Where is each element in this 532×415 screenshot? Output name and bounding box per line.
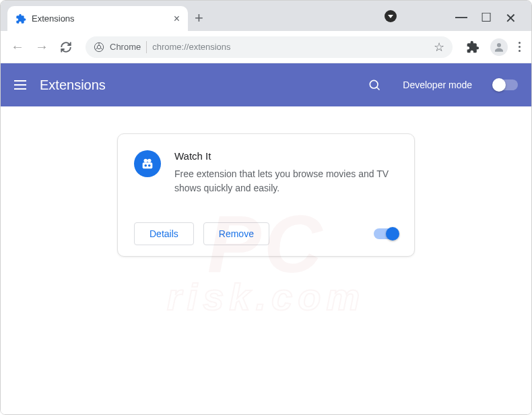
extension-description: Free extension that lets you browse movi… [174, 167, 398, 195]
svg-line-4 [377, 88, 380, 90]
bookmark-star-icon[interactable]: ☆ [434, 40, 444, 55]
titlebar: Extensions × + — ☐ ✕ [1, 1, 531, 31]
minimize-button[interactable]: — [455, 10, 467, 26]
extension-card: Watch It Free extension that lets you br… [117, 133, 415, 257]
tab-search-icon[interactable] [385, 10, 397, 22]
svg-point-2 [497, 43, 501, 47]
svg-point-1 [97, 45, 100, 49]
search-icon[interactable] [368, 78, 381, 92]
remove-button[interactable]: Remove [203, 222, 269, 245]
extensions-icon[interactable] [466, 40, 479, 54]
back-button[interactable]: ← [7, 37, 28, 57]
svg-rect-5 [143, 162, 153, 168]
svg-point-6 [144, 159, 148, 163]
url-prefix: Chrome [110, 42, 141, 52]
page-body: PC risk.com Watch It Free extension that… [1, 106, 531, 414]
forward-button[interactable]: → [32, 37, 52, 57]
page-title: Extensions [40, 77, 354, 93]
toolbar: ← → Chrome chrome://extensions ☆ [1, 31, 531, 63]
hamburger-menu-icon[interactable] [14, 80, 26, 90]
svg-point-3 [370, 80, 378, 88]
tab-close-icon[interactable]: × [174, 13, 180, 25]
divider [146, 41, 147, 53]
browser-tab[interactable]: Extensions × [7, 6, 188, 31]
details-button[interactable]: Details [134, 222, 194, 245]
maximize-button[interactable]: ☐ [481, 10, 492, 26]
profile-avatar[interactable] [490, 38, 508, 56]
extension-puzzle-icon [15, 13, 26, 24]
developer-mode-toggle[interactable] [494, 79, 518, 90]
new-tab-button[interactable]: + [195, 9, 203, 31]
tab-title: Extensions [32, 13, 168, 24]
extension-name: Watch It [174, 150, 398, 162]
url-text: chrome://extensions [152, 42, 230, 52]
svg-point-8 [144, 164, 147, 167]
extension-enable-toggle[interactable] [374, 228, 398, 239]
close-window-button[interactable]: ✕ [505, 10, 517, 26]
extensions-page: Extensions Developer mode PC risk.com Wa… [1, 63, 531, 414]
page-header: Extensions Developer mode [1, 63, 531, 106]
camera-icon [134, 150, 161, 177]
chrome-icon [94, 42, 104, 53]
developer-mode-label: Developer mode [403, 79, 472, 90]
window-controls: — ☐ ✕ [440, 1, 531, 36]
reload-button[interactable] [56, 37, 76, 57]
svg-point-9 [148, 164, 151, 167]
svg-point-7 [147, 159, 152, 163]
address-bar[interactable]: Chrome chrome://extensions ☆ [86, 36, 453, 58]
menu-button[interactable] [514, 38, 525, 56]
browser-window: Extensions × + — ☐ ✕ ← → Chrome chrome:/… [0, 0, 532, 415]
